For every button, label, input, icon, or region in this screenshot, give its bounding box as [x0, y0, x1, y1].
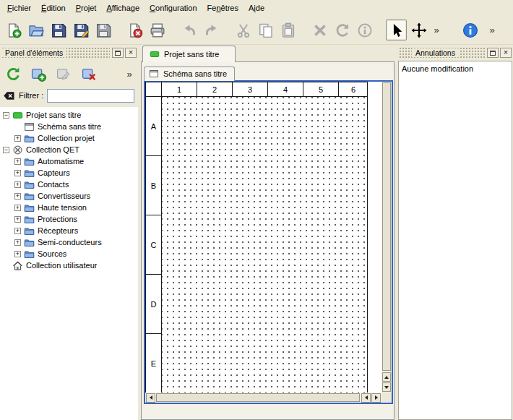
panel-overflow-button[interactable]: » [124, 64, 135, 84]
vertical-scrollbar[interactable] [381, 82, 392, 393]
paste-button[interactable] [277, 20, 298, 40]
menu-fichier[interactable]: Fichier [2, 1, 36, 15]
save-all-button[interactable] [92, 20, 113, 40]
filter-label: Filtrer : [19, 91, 43, 100]
menu-projet[interactable]: Projet [71, 1, 102, 15]
vertical-scrollbar-thumb[interactable] [382, 82, 391, 371]
tree-item-label: Capteurs [38, 168, 70, 177]
tree-item-recepteurs[interactable]: +Récepteurs [0, 225, 138, 236]
scroll-down-button[interactable] [382, 382, 391, 392]
folder-icon [24, 237, 35, 248]
select-arrow-button[interactable] [386, 20, 407, 40]
arrow-right-icon [375, 395, 378, 400]
expand-icon[interactable]: + [14, 193, 21, 200]
menu-edition[interactable]: Édition [36, 1, 71, 15]
close-file-button[interactable] [124, 20, 145, 40]
edit-element-button[interactable] [53, 64, 74, 84]
horizontal-scrollbar[interactable] [145, 393, 381, 403]
panel-overflow-icon: » [126, 69, 132, 79]
elements-panel-controls: × [110, 48, 137, 58]
expand-icon[interactable]: + [14, 158, 21, 165]
delete-element-button[interactable] [79, 64, 99, 84]
tree-item-collection-qet[interactable]: −Collection QET [0, 144, 138, 155]
float-panel-button[interactable] [487, 48, 499, 58]
save-as-button[interactable] [70, 20, 91, 40]
close-icon: × [504, 48, 508, 56]
tree-item-schema-sans-titre[interactable]: Schéma sans titre [0, 121, 138, 132]
close-panel-button[interactable]: × [500, 48, 512, 58]
menu-affichage[interactable]: Affichage [101, 1, 145, 15]
scroll-up-button[interactable] [382, 372, 391, 382]
redo-button[interactable] [201, 20, 222, 40]
undo-button[interactable] [178, 20, 199, 40]
save-button[interactable] [48, 20, 69, 40]
tree-item-collection-utilisateur[interactable]: Collection utilisateur [0, 260, 138, 271]
tree-item-convertisseurs[interactable]: +Convertisseurs [0, 190, 138, 202]
elements-panel-title: Panel d'éléments [1, 48, 66, 57]
application-window: FichierÉditionProjetAffichageConfigurati… [0, 0, 513, 420]
close-panel-button[interactable]: × [125, 48, 137, 58]
toolbar-overflow-icon: » [434, 25, 439, 35]
tab-project[interactable]: Projet sans titre [142, 46, 236, 62]
expand-icon[interactable]: + [14, 239, 21, 246]
diagram-view[interactable]: 123456 ABCDE [144, 80, 393, 404]
expand-icon[interactable]: + [14, 216, 21, 223]
tree-item-protections[interactable]: +Protections [0, 213, 138, 225]
menu-fenetres[interactable]: Fenêtres [202, 1, 243, 15]
expand-icon[interactable]: + [14, 205, 21, 211]
toolbar-overflow-button[interactable]: » [486, 20, 498, 40]
column-headers: 123456 [162, 82, 367, 97]
toolbar-overflow-button[interactable]: » [431, 20, 442, 40]
folder-icon [24, 202, 35, 213]
undo-history-list[interactable]: Aucune modification [398, 61, 512, 420]
copy-button[interactable] [255, 20, 276, 40]
expand-icon[interactable]: + [14, 251, 21, 257]
expand-icon[interactable]: + [14, 228, 21, 234]
new-element-button[interactable] [28, 64, 48, 84]
cut-icon [236, 22, 251, 38]
tree-item-sources[interactable]: +Sources [0, 248, 138, 260]
scroll-left-button-2[interactable] [361, 393, 371, 403]
tree-item-haute-tension[interactable]: +Haute tension [0, 202, 138, 213]
tab-schema[interactable]: Schéma sans titre [144, 67, 235, 81]
tree-item-collection-projet[interactable]: +Collection projet [0, 132, 138, 144]
delete-icon [312, 22, 328, 38]
horizontal-scrollbar-thumb[interactable] [156, 393, 360, 402]
float-panel-button[interactable] [112, 48, 124, 58]
cut-button[interactable] [233, 20, 254, 40]
tree-item-contacts[interactable]: +Contacts [0, 179, 138, 190]
save-as-icon [73, 22, 89, 38]
expand-icon[interactable]: + [14, 181, 21, 188]
expand-icon[interactable]: + [14, 135, 21, 142]
open-file-button[interactable] [25, 20, 46, 40]
move-button[interactable] [408, 20, 429, 40]
menu-aide[interactable]: Aide [243, 1, 270, 15]
expand-icon[interactable]: + [14, 170, 21, 176]
elements-panel-header[interactable]: Panel d'éléments × [1, 47, 137, 59]
schema-tabbar: Schéma sans titre [143, 64, 235, 80]
collapse-icon[interactable]: − [3, 112, 9, 119]
info-button[interactable] [354, 20, 375, 40]
filter-input[interactable] [47, 89, 134, 103]
scroll-right-button[interactable] [371, 393, 381, 403]
reload-collections-button[interactable] [3, 64, 23, 84]
tree-item-projet-sans-titre[interactable]: −Projet sans titre [0, 109, 138, 121]
new-file-button[interactable] [3, 20, 24, 40]
about-button[interactable] [460, 20, 480, 40]
clear-filter-icon[interactable] [3, 90, 15, 102]
collapse-icon[interactable]: − [3, 147, 9, 153]
diagram-grid[interactable] [162, 97, 367, 393]
main-area: Panel d'éléments × » Filtrer : −Projet s… [0, 45, 513, 420]
scroll-left-button[interactable] [146, 393, 155, 403]
tree-item-capteurs[interactable]: +Capteurs [0, 167, 138, 179]
rotate-button[interactable] [332, 20, 353, 40]
undo-panel-header[interactable]: Annulations × [399, 47, 512, 59]
print-button[interactable] [147, 20, 168, 40]
schema-icon [149, 69, 159, 79]
tree-item-semi-conducteurs[interactable]: +Semi-conducteurs [0, 236, 138, 248]
project-icon [12, 110, 23, 121]
tree-item-automatisme[interactable]: +Automatisme [0, 155, 138, 167]
tree-item-label: Projet sans titre [26, 111, 81, 119]
delete-button[interactable] [309, 20, 330, 40]
menu-configuration[interactable]: Configuration [145, 1, 202, 15]
